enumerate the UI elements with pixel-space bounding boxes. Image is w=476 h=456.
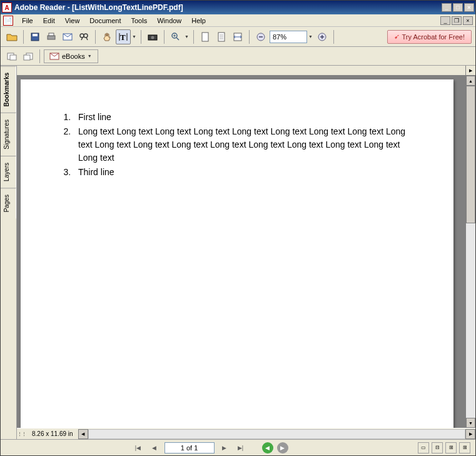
zoom-out-button[interactable]: [253, 29, 268, 44]
ebooks-icon: [49, 53, 59, 60]
fit-width-button[interactable]: [230, 29, 245, 44]
hscroll-right-button[interactable]: ▶: [465, 429, 475, 439]
menu-edit[interactable]: Edit: [38, 16, 60, 26]
scroll-up-button[interactable]: ▲: [466, 76, 475, 86]
text-select-button[interactable]: T: [116, 29, 131, 44]
zoom-value-dropdown-icon[interactable]: ▼: [308, 34, 313, 39]
facing-view-button[interactable]: ⊞: [445, 442, 457, 453]
select-dropdown-icon[interactable]: ▼: [132, 34, 137, 39]
sidebar-tab-pages[interactable]: Pages: [1, 188, 16, 218]
menu-file[interactable]: File: [17, 16, 38, 26]
email-button[interactable]: [60, 29, 75, 44]
main-area: Bookmarks Signatures Layers Pages ▶ Firs…: [1, 66, 475, 439]
menu-document[interactable]: Document: [84, 16, 126, 26]
maximize-button[interactable]: □: [453, 3, 463, 12]
svg-rect-11: [202, 33, 208, 41]
search-button[interactable]: [76, 29, 91, 44]
svg-point-9: [151, 36, 154, 39]
minimize-button[interactable]: _: [442, 3, 452, 12]
actual-size-button[interactable]: [198, 29, 213, 44]
svg-rect-2: [48, 36, 55, 39]
menu-window[interactable]: Window: [152, 16, 186, 26]
document-icon: 📄: [3, 16, 13, 26]
sidebar: Bookmarks Signatures Layers Pages: [1, 66, 17, 439]
ebooks-label: eBooks: [62, 53, 85, 60]
doc-restore-button[interactable]: ❐: [452, 16, 462, 25]
hand-tool-button[interactable]: [99, 29, 114, 44]
scroll-down-button[interactable]: ▼: [466, 418, 475, 428]
zoom-in-button[interactable]: [168, 29, 183, 44]
single-page-view-button[interactable]: ▭: [418, 442, 429, 453]
main-toolbar: T ▼ ▼ 87% ▼ ➹ Try Acrobat for Free!: [1, 27, 475, 47]
back-button[interactable]: ◀: [262, 442, 273, 453]
document-ruler: ▶: [17, 66, 475, 76]
save-button[interactable]: [28, 29, 43, 44]
print-button[interactable]: [44, 29, 59, 44]
horizontal-status: ⋮⋮ 8.26 x 11.69 in ◀ ▶: [17, 428, 475, 439]
next-page-button[interactable]: ▶: [218, 442, 231, 453]
app-icon: A: [2, 3, 12, 13]
menu-view[interactable]: View: [60, 16, 85, 26]
forward-button[interactable]: ▶: [277, 442, 288, 453]
document-area: ▶ First line Long text Long text Long te…: [17, 66, 475, 439]
open-button[interactable]: [4, 29, 19, 44]
acrobat-arrow-icon: ➹: [394, 33, 400, 41]
secondary-toolbar: eBooks ▼: [1, 47, 475, 66]
svg-rect-3: [49, 33, 54, 36]
menubar: 📄 File Edit View Document Tools Window H…: [1, 14, 475, 27]
sidebar-tab-bookmarks[interactable]: Bookmarks: [1, 66, 16, 113]
scroll-thumb[interactable]: [466, 86, 475, 223]
svg-text:T: T: [120, 33, 126, 42]
pdf-page: First line Long text Long text Long text…: [21, 79, 453, 428]
list-item: Long text Long text Long text Long text …: [73, 125, 416, 165]
doc-close-button[interactable]: ×: [463, 16, 473, 25]
prev-page-button[interactable]: ◀: [148, 442, 161, 453]
horizontal-scrollbar[interactable]: [88, 429, 465, 439]
page-number-field[interactable]: 1 of 1: [165, 442, 215, 453]
zoom-dropdown-icon[interactable]: ▼: [185, 34, 190, 39]
continuous-facing-view-button[interactable]: ⊞: [459, 442, 470, 453]
snapshot-button[interactable]: [145, 29, 160, 44]
resize-grip-icon[interactable]: ⋮⋮: [17, 429, 27, 439]
page-dimensions: 8.26 x 11.69 in: [27, 430, 78, 437]
sidebar-tab-signatures[interactable]: Signatures: [1, 113, 16, 156]
statusbar: |◀ ◀ 1 of 1 ▶ ▶| ◀ ▶ ▭ ⊟ ⊞ ⊞: [1, 439, 475, 455]
vertical-scrollbar[interactable]: ▲ ▼: [465, 76, 475, 428]
last-page-button[interactable]: ▶|: [235, 442, 247, 453]
fit-page-button[interactable]: [214, 29, 229, 44]
ebooks-button[interactable]: eBooks ▼: [44, 49, 98, 63]
next-view-button[interactable]: [21, 49, 36, 64]
svg-rect-17: [10, 55, 16, 60]
hscroll-left-button[interactable]: ◀: [78, 429, 88, 439]
svg-point-5: [80, 34, 84, 38]
scroll-up-icon[interactable]: ▶: [465, 66, 475, 75]
acrobat-label: Try Acrobat for Free!: [402, 33, 465, 41]
continuous-view-button[interactable]: ⊟: [432, 442, 443, 453]
zoom-input[interactable]: 87%: [270, 31, 307, 43]
sidebar-tab-layers[interactable]: Layers: [1, 156, 16, 188]
app-window: A Adobe Reader - [ListWithLongTextLinePD…: [0, 0, 476, 456]
titlebar[interactable]: A Adobe Reader - [ListWithLongTextLinePD…: [1, 1, 475, 14]
list-item: First line: [73, 111, 416, 124]
page-viewport[interactable]: First line Long text Long text Long text…: [17, 76, 465, 428]
try-acrobat-button[interactable]: ➹ Try Acrobat for Free!: [387, 30, 472, 44]
svg-rect-19: [24, 55, 30, 60]
ebooks-dropdown-icon: ▼: [88, 54, 93, 58]
zoom-plus-button[interactable]: [315, 29, 330, 44]
window-title: Adobe Reader - [ListWithLongTextLinePDF.…: [14, 3, 442, 12]
list-item: Third line: [73, 166, 416, 179]
first-page-button[interactable]: |◀: [132, 442, 144, 453]
previous-view-button[interactable]: [4, 49, 19, 64]
doc-minimize-button[interactable]: _: [440, 16, 450, 25]
menu-tools[interactable]: Tools: [126, 16, 153, 26]
svg-rect-1: [33, 34, 38, 36]
close-button[interactable]: ×: [464, 3, 474, 12]
menu-help[interactable]: Help: [186, 16, 211, 26]
svg-point-6: [84, 34, 88, 38]
